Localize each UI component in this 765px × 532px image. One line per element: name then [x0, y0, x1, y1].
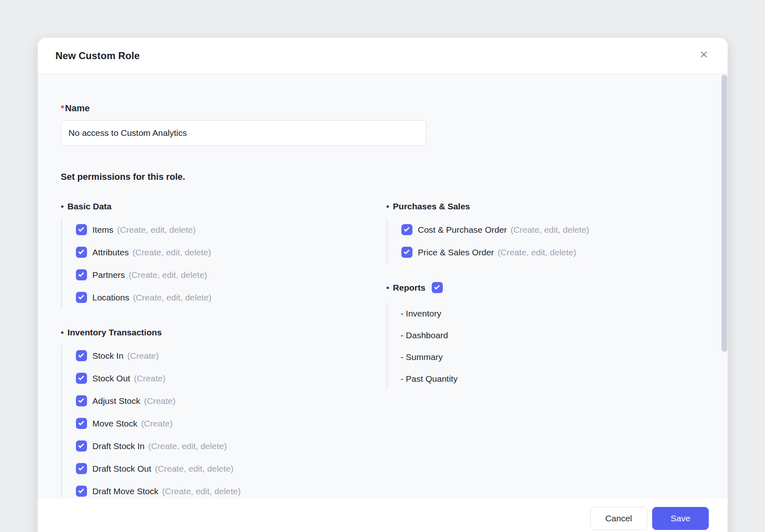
permission-row-locations: Locations (Create, edit, delete) — [76, 286, 386, 309]
permission-row-adjust-stock: Adjust Stock (Create) — [76, 390, 386, 412]
permission-row-stock-out: Stock Out (Create) — [76, 367, 386, 390]
dialog-footer: Cancel Save — [38, 498, 728, 532]
checkmark-icon — [78, 248, 84, 254]
scrollbar-thumb[interactable] — [721, 75, 727, 352]
checkmark-icon — [78, 420, 84, 425]
permission-scope: (Create, edit, delete) — [133, 293, 211, 303]
section-reports: • Reports - Inventory - Dashboard - Summ… — [386, 282, 705, 390]
section-title: • Purchases & Sales — [386, 201, 705, 212]
section-title-text: Reports — [393, 282, 425, 293]
section-rows: Items (Create, edit, delete) Attributes … — [61, 218, 386, 309]
attributes-checkbox[interactable] — [76, 247, 87, 258]
checkmark-icon — [78, 465, 84, 470]
close-button[interactable]: × — [694, 44, 714, 64]
permission-row-price-sales-order: Price & Sales Order (Create, edit, delet… — [401, 241, 705, 264]
permission-scope: (Create, edit, delete) — [155, 464, 234, 474]
reports-checkbox[interactable] — [432, 282, 443, 293]
permission-scope: (Create, edit, delete) — [162, 486, 240, 496]
permission-label: Stock Out — [92, 374, 130, 383]
draft-stock-in-checkbox[interactable] — [76, 440, 87, 452]
section-inventory-transactions: • Inventory Transactions Stock In (Creat… — [61, 327, 386, 502]
permission-scope: (Create, edit, delete) — [117, 225, 195, 235]
permission-row-cost-purchase-order: Cost & Purchase Order (Create, edit, del… — [401, 218, 705, 241]
permission-label: Draft Stock In — [92, 441, 144, 451]
dialog-title: New Custom Role — [55, 50, 140, 62]
dialog-header: New Custom Role × — [38, 38, 728, 74]
permission-row-stock-in: Stock In (Create) — [76, 344, 386, 367]
checkmark-icon — [78, 352, 84, 358]
save-button[interactable]: Save — [652, 507, 709, 530]
permission-label: Adjust Stock — [92, 396, 140, 406]
checkmark-icon — [78, 487, 84, 493]
permissions-column-right: • Purchases & Sales Cost & Purchase Orde… — [386, 201, 705, 390]
permission-scope: (Create) — [144, 396, 176, 406]
draft-stock-out-checkbox[interactable] — [76, 463, 87, 474]
permission-label: Items — [92, 225, 113, 235]
price-sales-order-checkbox[interactable] — [401, 247, 412, 258]
report-item-label: - Dashboard — [401, 330, 448, 340]
required-asterisk: * — [61, 103, 64, 113]
permission-scope: (Create, edit, delete) — [133, 248, 211, 257]
checkmark-icon — [404, 248, 410, 254]
reports-list: - Inventory - Dashboard - Summary - Past… — [386, 303, 705, 390]
permission-row-draft-stock-out: Draft Stock Out (Create, edit, delete) — [76, 457, 386, 480]
section-title-text: Basic Data — [67, 201, 111, 212]
permission-row-items: Items (Create, edit, delete) — [76, 218, 386, 241]
permission-scope: (Create) — [127, 351, 159, 361]
partners-checkbox[interactable] — [76, 269, 87, 280]
report-item-inventory: - Inventory — [401, 303, 705, 324]
permission-scope: (Create, edit, delete) — [148, 441, 227, 451]
permission-scope: (Create, edit, delete) — [498, 248, 576, 257]
section-purchases-sales: • Purchases & Sales Cost & Purchase Orde… — [386, 201, 705, 264]
stock-in-checkbox[interactable] — [76, 350, 87, 361]
permission-label: Cost & Purchase Order — [418, 225, 507, 235]
permission-label: Draft Stock Out — [92, 464, 151, 474]
checkmark-icon — [78, 442, 84, 448]
move-stock-checkbox[interactable] — [76, 418, 87, 429]
section-title-text: Inventory Transactions — [67, 327, 162, 338]
name-input[interactable] — [61, 120, 426, 146]
permission-scope: (Create) — [141, 419, 173, 429]
permission-label: Attributes — [92, 248, 129, 257]
section-rows: Cost & Purchase Order (Create, edit, del… — [386, 218, 705, 264]
cancel-button[interactable]: Cancel — [590, 507, 647, 530]
permission-label: Draft Move Stock — [92, 486, 158, 496]
bullet-icon: • — [386, 282, 389, 293]
permission-row-partners: Partners (Create, edit, delete) — [76, 264, 386, 286]
stock-out-checkbox[interactable] — [76, 373, 87, 384]
permission-label: Locations — [92, 293, 129, 303]
checkmark-icon — [404, 226, 410, 232]
checkmark-icon — [434, 284, 440, 289]
report-item-label: - Summary — [401, 352, 443, 362]
permissions-heading: Set permissions for this role. — [61, 172, 705, 182]
adjust-stock-checkbox[interactable] — [76, 395, 87, 406]
report-item-label: - Inventory — [401, 309, 441, 319]
permission-row-draft-stock-in: Draft Stock In (Create, edit, delete) — [76, 435, 386, 457]
close-icon: × — [700, 47, 708, 61]
permission-label: Move Stock — [92, 419, 137, 429]
permissions-column-left: • Basic Data Items (Create, edit, delete… — [61, 201, 386, 502]
bullet-icon: • — [386, 201, 389, 212]
report-item-past-quantity: - Past Quantity — [401, 368, 705, 390]
report-item-dashboard: - Dashboard — [401, 324, 705, 346]
checkmark-icon — [78, 226, 84, 232]
checkmark-icon — [78, 397, 84, 403]
draft-move-stock-checkbox[interactable] — [76, 486, 87, 497]
name-field-label: *Name — [61, 103, 705, 113]
section-title-text: Purchases & Sales — [393, 201, 470, 212]
permissions-columns: • Basic Data Items (Create, edit, delete… — [61, 201, 705, 502]
section-title: • Basic Data — [61, 201, 386, 212]
new-custom-role-dialog: New Custom Role × *Name Set permissions … — [38, 38, 728, 532]
section-title: • Inventory Transactions — [61, 327, 386, 338]
permission-label: Stock In — [92, 351, 124, 361]
permission-scope: (Create, edit, delete) — [128, 270, 207, 280]
cost-purchase-order-checkbox[interactable] — [401, 224, 412, 235]
items-checkbox[interactable] — [76, 224, 87, 235]
report-item-summary: - Summary — [401, 346, 705, 368]
permission-row-move-stock: Move Stock (Create) — [76, 412, 386, 435]
permission-row-attributes: Attributes (Create, edit, delete) — [76, 241, 386, 264]
checkmark-icon — [78, 294, 84, 299]
locations-checkbox[interactable] — [76, 292, 87, 303]
section-rows: Stock In (Create) Stock Out (Create) Adj… — [61, 344, 386, 502]
dialog-body: *Name Set permissions for this role. • B… — [38, 74, 728, 502]
